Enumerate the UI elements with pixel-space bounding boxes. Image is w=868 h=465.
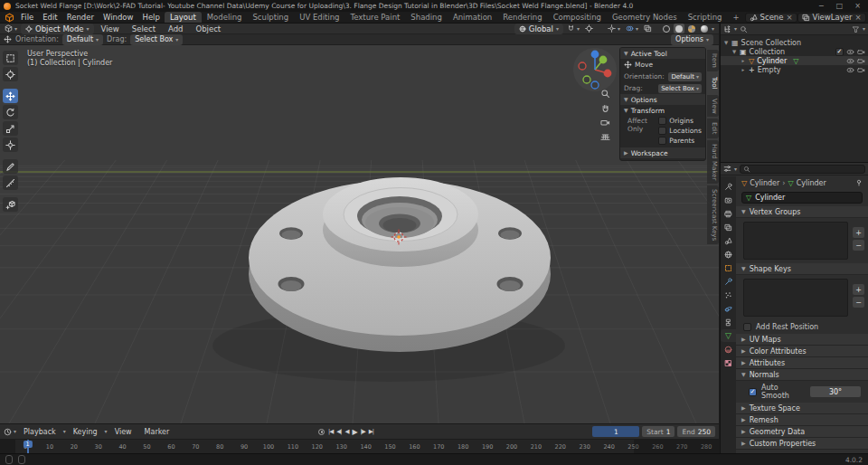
workspace-tab-uv-editing[interactable]: UV Editing [294, 12, 344, 23]
flange-model[interactable] [212, 177, 565, 382]
scene-selector[interactable]: Scene × [745, 13, 797, 23]
locations-checkbox[interactable] [658, 127, 666, 135]
timeline-editor-icon[interactable] [4, 428, 12, 436]
pin-icon[interactable] [855, 179, 863, 186]
collection-checkbox[interactable]: ✓ [835, 48, 844, 56]
perspective-toggle-icon[interactable] [600, 132, 610, 142]
options-dropdown[interactable]: Options ▾ [671, 34, 713, 45]
axis-z-neg-handle[interactable] [591, 81, 599, 89]
workspace-tab-texture-paint[interactable]: Texture Paint [345, 12, 406, 23]
properties-editor-icon[interactable] [723, 165, 731, 173]
npanel-orientation-dropdown[interactable]: Default ▾ [668, 72, 702, 81]
properties-tab-world[interactable] [721, 248, 736, 261]
properties-tab-material[interactable] [721, 343, 736, 356]
menu-window[interactable]: Window [99, 13, 138, 22]
camera-visibility-icon[interactable] [857, 48, 865, 56]
view-layer-selector[interactable]: ViewLayer × [797, 13, 866, 23]
npanel-tab-edit[interactable]: Edit [707, 119, 719, 138]
tree-closed-icon[interactable]: ▸ [741, 58, 746, 63]
npanel-tab-item[interactable]: Item [707, 50, 719, 71]
tree-closed-icon[interactable]: ▸ [741, 67, 746, 72]
tool-annotate[interactable] [3, 159, 18, 174]
outliner-row-cylinder[interactable]: ▸ ▽ Cylinder ▽ [721, 56, 868, 65]
tool-select-box[interactable] [3, 51, 18, 65]
npanel-tab-tool[interactable]: Tool [707, 73, 719, 93]
eye-icon[interactable] [846, 66, 854, 74]
start-frame-field[interactable]: Start 1 [642, 426, 675, 437]
workspace-tab-animation[interactable]: Animation [448, 12, 497, 23]
properties-tab-particles[interactable] [721, 289, 736, 301]
outliner-row-collection[interactable]: ▼ ▣ Collection ✓ [721, 47, 868, 56]
menu-marker[interactable]: Marker [139, 428, 175, 436]
pan-hand-icon[interactable] [600, 103, 610, 113]
workspace-tab-scripting[interactable]: Scripting [683, 12, 728, 23]
remove-vertex-group-button[interactable]: − [853, 240, 864, 251]
transform-orientation-dropdown[interactable]: Global ▾ [514, 24, 563, 34]
panel-normals[interactable]: ▼ Normals [736, 369, 868, 381]
scene-unlink-icon[interactable]: × [786, 13, 792, 22]
blender-menu-icon[interactable] [5, 13, 14, 23]
panel-attributes[interactable]: ▶ Attributes [736, 357, 868, 369]
menu-help[interactable]: Help [137, 13, 164, 22]
maximize-button[interactable]: □ [833, 2, 846, 10]
breadcrumb-data[interactable]: Cylinder [797, 179, 826, 187]
prev-keyframe-button[interactable]: ◀| [336, 428, 341, 435]
workspace-tab-geometry-nodes[interactable]: Geometry Nodes [607, 12, 683, 23]
panel-vertex-groups[interactable]: ▼ Vertex Groups [736, 206, 868, 218]
add-workspace-button[interactable]: + [727, 12, 744, 23]
properties-tab-physics[interactable] [721, 302, 736, 315]
origins-checkbox[interactable] [658, 117, 666, 125]
mode-dropdown[interactable]: Object Mode ▾ [21, 24, 94, 34]
properties-tab-render[interactable] [721, 194, 736, 206]
shape-keys-list[interactable] [743, 279, 848, 317]
axis-z-handle[interactable] [591, 51, 599, 59]
minimize-button[interactable]: ─ [815, 2, 828, 10]
timeline-ruler[interactable]: 0102030405060708090100110120130140150160… [0, 439, 719, 454]
vertex-groups-list[interactable] [743, 222, 848, 260]
panel-remesh[interactable]: ▶ Remesh [736, 414, 868, 426]
outliner-row-scene-collection[interactable]: ▼ ▦ Scene Collection [721, 38, 868, 47]
xray-toggle-button[interactable] [642, 24, 654, 33]
menu-add[interactable]: Add [163, 24, 188, 33]
axis-y-handle[interactable] [599, 56, 608, 64]
workspace-tab-rendering[interactable]: Rendering [497, 12, 547, 23]
data-name-field[interactable]: ▽ Cylinder [741, 192, 863, 204]
panel-custom-properties[interactable]: ▶ Custom Properties [736, 438, 868, 450]
view-layer-unlink-icon[interactable]: × [854, 13, 861, 22]
panel-uv-maps[interactable]: ▶ UV Maps [736, 334, 868, 346]
end-frame-field[interactable]: End 250 [677, 426, 715, 437]
shading-solid-button[interactable] [674, 24, 684, 33]
panel-shape-keys[interactable]: ▼ Shape Keys [736, 263, 868, 275]
proportional-editing-button[interactable] [583, 24, 595, 33]
drag-setting-dropdown[interactable]: Select Box ▾ [130, 34, 183, 45]
workspace-tab-layout[interactable]: Layout [165, 12, 202, 23]
tool-add-primitive[interactable] [3, 197, 18, 212]
menu-render[interactable]: Render [62, 13, 99, 22]
breadcrumb-object[interactable]: Cylinder [750, 179, 779, 187]
camera-view-icon[interactable] [600, 118, 610, 128]
snap-toggle-button[interactable]: ▾ [565, 24, 581, 33]
properties-tab-scene[interactable] [721, 234, 736, 247]
tree-open-icon[interactable]: ▼ [731, 49, 737, 54]
camera-visibility-icon[interactable] [857, 66, 865, 74]
next-keyframe-button[interactable]: |▶ [361, 428, 365, 435]
properties-tab-object[interactable] [721, 261, 736, 274]
workspace-tab-sculpting[interactable]: Sculpting [247, 12, 294, 23]
auto-smooth-angle-field[interactable]: 30° [810, 386, 861, 397]
tool-move[interactable] [3, 89, 18, 103]
zoom-icon[interactable] [600, 89, 610, 99]
parents-checkbox[interactable] [658, 137, 666, 145]
panel-texture-space[interactable]: ▶ Texture Space [736, 403, 868, 414]
close-button[interactable]: × [851, 2, 864, 10]
transform-panel-header[interactable]: ▼ Transform [620, 105, 705, 116]
menu-file[interactable]: File [16, 13, 38, 22]
add-rest-position-checkbox[interactable] [743, 323, 751, 331]
auto-keying-icon[interactable] [318, 429, 325, 435]
eye-icon[interactable] [846, 48, 854, 56]
menu-edit[interactable]: Edit [38, 13, 61, 22]
tool-measure[interactable] [3, 176, 18, 190]
shading-material-button[interactable] [686, 24, 697, 33]
outliner-row-empty[interactable]: ▸ + Empty [721, 65, 868, 74]
properties-tab-modifiers[interactable] [721, 275, 736, 288]
current-frame-field[interactable]: 1 [592, 426, 639, 437]
